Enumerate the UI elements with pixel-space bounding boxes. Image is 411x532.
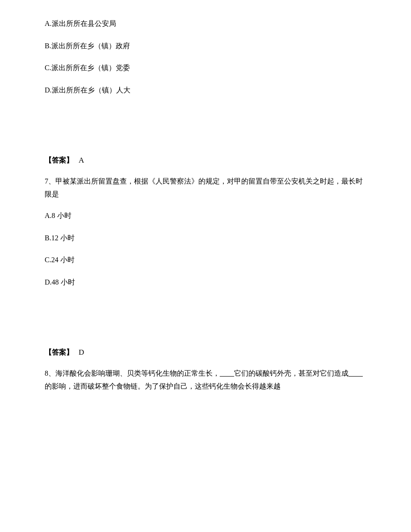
q7-answer: 【答案】 D <box>45 346 366 358</box>
q7-option-b: B.12 小时 <box>45 232 366 244</box>
q6-answer-label: 【答案】 <box>45 156 73 164</box>
q7-option-d: D.48 小时 <box>45 276 366 288</box>
q6-answer-value: A <box>79 156 84 164</box>
q7-answer-value: D <box>79 348 84 356</box>
q6-answer: 【答案】 A <box>45 154 366 166</box>
q8-question: 8、海洋酸化会影响珊瑚、贝类等钙化生物的正常生长，____它们的碳酸钙外壳，甚至… <box>45 367 366 393</box>
q6-option-d: D.派出所所在乡（镇）人大 <box>45 84 366 96</box>
q7-answer-label: 【答案】 <box>45 348 73 356</box>
q6-option-c: C.派出所所在乡（镇）党委 <box>45 62 366 74</box>
q7-option-c: C.24 小时 <box>45 254 366 266</box>
q7-option-a: A.8 小时 <box>45 210 366 222</box>
q6-option-b: B.派出所所在乡（镇）政府 <box>45 40 366 52</box>
q7-question: 7、甲被某派出所留置盘查，根据《人民警察法》的规定，对甲的留置自带至公安机关之时… <box>45 175 366 201</box>
q6-option-a: A.派出所所在县公安局 <box>45 18 366 29</box>
